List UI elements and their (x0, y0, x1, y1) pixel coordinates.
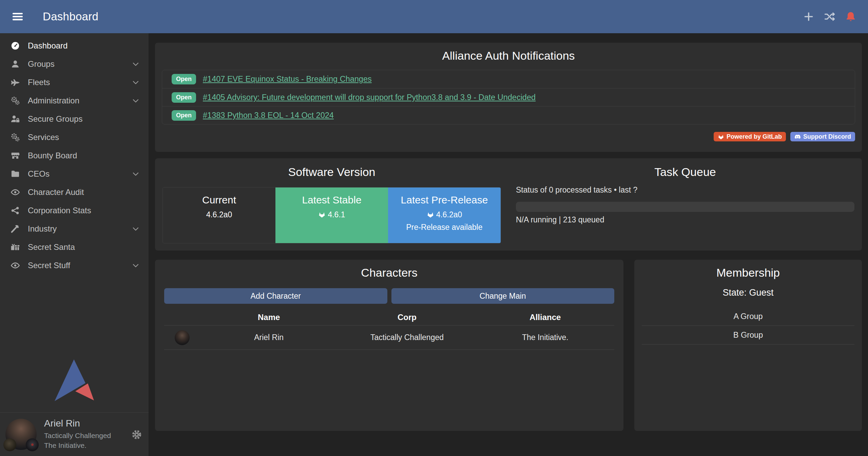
version-box-latest-stable: Latest Stable 4.6.1 (275, 187, 388, 243)
alliance-auth-logo (54, 359, 95, 402)
notification-item: Open #1383 Python 3.8 EOL - 14 Oct 2024 (162, 106, 855, 124)
user-name: Ariel Rin (44, 418, 111, 429)
group-list-item: B Group (642, 326, 854, 344)
chevron-down-icon (132, 78, 140, 86)
eye-icon (9, 260, 22, 271)
task-queue-section: Task Queue Status of 0 processed tasks •… (508, 158, 862, 251)
group-list-item: A Group (642, 307, 854, 326)
table-row: Ariel Rin Tactically Challenged The Init… (164, 325, 614, 350)
corp-logo (3, 438, 16, 451)
hamburger-menu-icon[interactable] (12, 11, 24, 23)
notification-item: Open #1405 Advisory: Future development … (162, 88, 855, 106)
task-queue-progressbar (516, 202, 854, 212)
chevron-down-icon (132, 225, 140, 233)
eye-icon (9, 187, 22, 197)
notification-link[interactable]: #1407 EVE Equinox Status - Breaking Chan… (203, 75, 372, 84)
task-queue-status: Status of 0 processed tasks • last ? (516, 185, 854, 195)
user-corp: Tactically Challenged (44, 431, 111, 440)
gears-icon (9, 132, 22, 142)
software-taskqueue-panel: Software Version Current 4.6.2a0 Latest … (155, 158, 862, 251)
membership-state: State: Guest (642, 287, 854, 298)
user-lock-icon (9, 114, 22, 124)
sidebar-item-dashboard[interactable]: Dashboard (0, 37, 149, 55)
status-badge: Open (172, 92, 196, 103)
version-box-latest-prerelease: Latest Pre-Release 4.6.2a0 Pre-Release a… (388, 187, 501, 243)
discord-badge[interactable]: Support Discord (790, 132, 855, 141)
sidebar-item-character-audit[interactable]: Character Audit (0, 183, 149, 201)
status-badge: Open (172, 110, 196, 121)
gitlab-tanuki-icon (718, 134, 724, 140)
col-header-corp: Corp (338, 313, 476, 322)
version-box-current: Current 4.6.2a0 (163, 187, 275, 243)
gitlab-tanuki-icon (427, 211, 434, 218)
gitlab-badge[interactable]: Powered by GitLab (714, 132, 786, 141)
col-header-name: Name (200, 313, 338, 322)
status-badge: Open (172, 74, 196, 84)
sidebar-user-panel: Ariel Rin Tactically Challenged The Init… (0, 412, 149, 456)
notifications-panel: Alliance Auth Notifications Open #1407 E… (155, 43, 862, 152)
store-icon (9, 151, 22, 161)
user-avatar (5, 419, 37, 450)
sidebar-item-secret-stuff[interactable]: Secret Stuff (0, 256, 149, 275)
folder-icon (9, 169, 22, 179)
alliance-logo (26, 438, 39, 451)
software-version-title: Software Version (162, 165, 501, 179)
task-queue-summary: N/A running | 213 queued (516, 215, 854, 224)
membership-group-list: A Group B Group (642, 307, 854, 344)
fighter-jet-icon (9, 77, 22, 87)
notification-link[interactable]: #1383 Python 3.8 EOL - 14 Oct 2024 (203, 111, 334, 120)
top-navbar: Dashboard (0, 0, 868, 33)
page-title: Dashboard (43, 10, 98, 23)
sidebar-item-ceos[interactable]: CEOs (0, 165, 149, 183)
chevron-down-icon (132, 97, 140, 105)
chevron-down-icon (132, 60, 140, 68)
characters-panel: Characters Add Character Change Main Nam… (155, 260, 623, 431)
notifications-bell-icon[interactable] (845, 11, 856, 22)
add-character-icon[interactable] (803, 11, 814, 22)
notifications-title: Alliance Auth Notifications (162, 49, 855, 62)
shuffle-icon[interactable] (824, 11, 835, 22)
sidebar-item-secret-santa[interactable]: Secret Santa (0, 238, 149, 256)
cell-character-alliance: The Initiative. (476, 333, 614, 342)
user-icon (9, 59, 22, 69)
software-version-section: Software Version Current 4.6.2a0 Latest … (155, 158, 508, 251)
notification-item: Open #1407 EVE Equinox Status - Breaking… (162, 70, 855, 88)
sidebar-item-industry[interactable]: Industry (0, 220, 149, 238)
sidebar-item-groups[interactable]: Groups (0, 55, 149, 73)
characters-table: Name Corp Alliance Ariel Rin Tactically … (164, 309, 614, 350)
share-nodes-icon (9, 205, 22, 216)
settings-gear-icon[interactable] (131, 429, 142, 440)
notification-link[interactable]: #1405 Advisory: Future development will … (203, 93, 536, 102)
gitlab-tanuki-icon (318, 211, 326, 218)
sidebar: Dashboard Groups Fleets Administra (0, 33, 149, 456)
membership-title: Membership (642, 266, 854, 279)
hammer-icon (9, 224, 22, 234)
characters-title: Characters (164, 266, 614, 279)
discord-icon (794, 134, 801, 140)
sidebar-item-administration[interactable]: Administration (0, 92, 149, 110)
gears-icon (9, 96, 22, 106)
sidebar-item-bounty-board[interactable]: Bounty Board (0, 146, 149, 165)
sidebar-item-fleets[interactable]: Fleets (0, 73, 149, 92)
sidebar-item-corporation-stats[interactable]: Corporation Stats (0, 201, 149, 220)
col-header-alliance: Alliance (476, 313, 614, 322)
character-avatar (175, 330, 190, 345)
notifications-list: Open #1407 EVE Equinox Status - Breaking… (162, 70, 855, 124)
gauge-icon (9, 41, 22, 51)
add-character-button[interactable]: Add Character (164, 288, 387, 304)
change-main-button[interactable]: Change Main (391, 288, 615, 304)
membership-panel: Membership State: Guest A Group B Group (634, 260, 862, 431)
chevron-down-icon (132, 261, 140, 270)
gifts-icon (9, 242, 22, 252)
main-content: Alliance Auth Notifications Open #1407 E… (149, 33, 868, 456)
chevron-down-icon (132, 170, 140, 178)
user-alliance: The Initiative. (44, 440, 111, 450)
sidebar-item-secure-groups[interactable]: Secure Groups (0, 110, 149, 128)
cell-character-corp: Tactically Challenged (338, 333, 476, 342)
task-queue-title: Task Queue (516, 165, 854, 179)
sidebar-item-services[interactable]: Services (0, 128, 149, 146)
cell-character-name: Ariel Rin (200, 333, 338, 342)
